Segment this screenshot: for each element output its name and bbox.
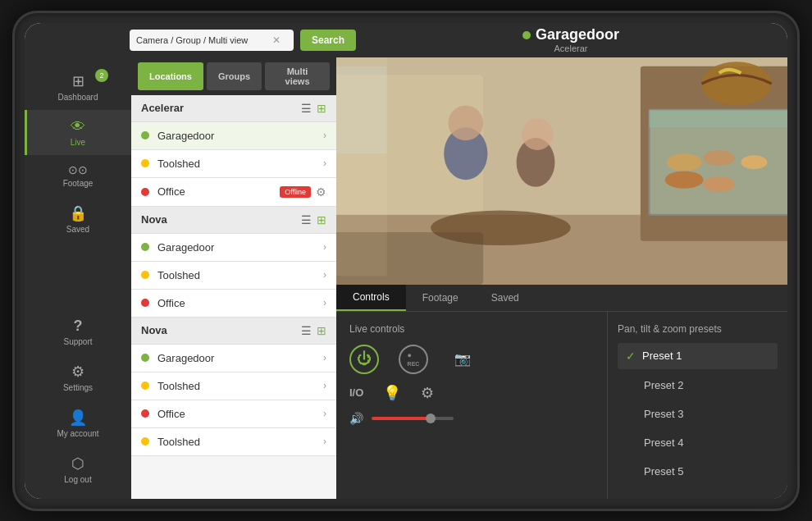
bulb-icon[interactable]: 💡 xyxy=(383,384,401,402)
ctrl-tab-footage[interactable]: Footage xyxy=(406,285,475,311)
volume-thumb xyxy=(426,414,436,423)
dashboard-badge: 2 xyxy=(95,69,108,82)
sidebar-item-myaccount[interactable]: 👤 My account xyxy=(25,400,131,446)
camera-row-toolshed-4[interactable]: Toolshed › xyxy=(131,428,336,456)
saved-icon: 🔒 xyxy=(69,204,87,222)
list-view-icon-2[interactable]: ☰ xyxy=(301,213,312,226)
sidebar-label-live: Live xyxy=(71,138,85,147)
camera-row-garagedoor-3[interactable]: Garagedoor › xyxy=(131,345,336,372)
preset-label-5: Preset 5 xyxy=(644,465,683,478)
camera-dot-red-1 xyxy=(141,188,149,196)
top-bar: ✕ Search Garagedoor Acelerar xyxy=(25,23,787,57)
group-icons-acelerar: ☰ ⊞ xyxy=(301,102,326,115)
search-button[interactable]: Search xyxy=(300,30,356,51)
camera-name-3: Office xyxy=(157,185,280,198)
camera-subtitle: Acelerar xyxy=(554,43,588,53)
preset-item-5[interactable]: Preset 5 xyxy=(618,459,778,484)
search-close-icon[interactable]: ✕ xyxy=(272,34,281,46)
sidebar-label-settings: Settings xyxy=(63,383,93,392)
ptz-title: Pan, tilt & zoom presets xyxy=(618,323,778,335)
sidebar-item-support[interactable]: ? Support xyxy=(25,309,131,354)
list-view-icon[interactable]: ☰ xyxy=(301,102,312,115)
myaccount-icon: 👤 xyxy=(69,409,87,427)
sidebar-item-live[interactable]: 👁 Live xyxy=(25,110,131,155)
tab-multiviews[interactable]: Multi views xyxy=(265,62,330,90)
camera-row-toolshed-1[interactable]: Toolshed › xyxy=(131,150,336,178)
camera-arrow-7: › xyxy=(323,352,326,363)
camera-name-2: Toolshed xyxy=(157,158,323,170)
sidebar-label-saved: Saved xyxy=(66,225,89,234)
camera-dot-yellow-3 xyxy=(141,382,149,390)
group-name-nova-1: Nova xyxy=(141,213,167,226)
controls-tabs: Controls Footage Saved xyxy=(336,285,787,312)
snapshot-button[interactable]: 📷 xyxy=(448,345,477,374)
volume-row: 🔊 xyxy=(349,412,594,425)
footage-icon: ⊙⊙ xyxy=(68,163,88,176)
tablet-frame: ✕ Search Garagedoor Acelerar xyxy=(12,11,800,511)
preset-item-2[interactable]: Preset 2 xyxy=(618,372,778,398)
preset-label-1: Preset 1 xyxy=(642,350,682,362)
camera-name-4: Garagedoor xyxy=(157,241,323,254)
ctrl-row-2: I/O 💡 ⚙ xyxy=(349,384,594,402)
camera-row-office-2[interactable]: Office › xyxy=(131,290,336,318)
ctrl-tab-saved[interactable]: Saved xyxy=(475,285,536,311)
tab-locations[interactable]: Locations xyxy=(138,62,203,90)
camera-name-7: Garagedoor xyxy=(157,352,323,364)
sidebar-item-footage[interactable]: ⊙⊙ Footage xyxy=(25,155,131,196)
camera-row-office-1[interactable]: Office Offline ⚙ xyxy=(131,178,336,207)
volume-slider[interactable] xyxy=(372,417,454,420)
settings-icon: ⚙ xyxy=(71,363,84,381)
gear-icon-1[interactable]: ⚙ xyxy=(316,185,326,199)
sidebar-item-logout[interactable]: ⬡ Log out xyxy=(25,446,131,492)
camera-status-dot xyxy=(522,31,531,39)
search-input[interactable] xyxy=(136,35,267,45)
camera-dot-green-3 xyxy=(141,354,149,362)
ptz-panel: Pan, tilt & zoom presets ✓ Preset 1 Pres… xyxy=(607,312,787,499)
top-bar-center: Garagedoor Acelerar xyxy=(363,26,779,53)
camera-arrow-1: › xyxy=(323,130,326,141)
camera-feed xyxy=(336,57,787,285)
grid-view-icon-2[interactable]: ⊞ xyxy=(317,213,326,226)
group-icons-nova-2: ☰ ⊞ xyxy=(301,324,326,337)
tablet-screen: ✕ Search Garagedoor Acelerar xyxy=(25,23,787,499)
camera-row-office-3[interactable]: Office › xyxy=(131,400,336,428)
live-controls-panel: Live controls ⏻ ●REC xyxy=(336,312,607,499)
ctrl-tab-controls[interactable]: Controls xyxy=(336,285,406,311)
sidebar-label-logout: Log out xyxy=(64,475,91,484)
tab-groups[interactable]: Groups xyxy=(207,62,262,90)
ctrl-row-1: ⏻ ●REC 📷 xyxy=(349,345,594,374)
svg-point-10 xyxy=(704,176,735,191)
camera-row-toolshed-2[interactable]: Toolshed › xyxy=(131,262,336,290)
gear-ctrl-icon[interactable]: ⚙ xyxy=(421,384,434,402)
sidebar-item-settings[interactable]: ⚙ Settings xyxy=(25,354,131,400)
group-header-nova-1: Nova ☰ ⊞ xyxy=(131,207,336,234)
grid-view-icon-3[interactable]: ⊞ xyxy=(317,324,326,337)
list-view-icon-3[interactable]: ☰ xyxy=(301,324,312,337)
camera-name-5: Toolshed xyxy=(157,269,323,281)
main-view: Controls Footage Saved Live controls xyxy=(336,57,787,499)
camera-dot-red-3 xyxy=(141,409,149,418)
offline-badge-1: Offline xyxy=(280,186,311,198)
camera-name-9: Office xyxy=(157,408,323,420)
sidebar-item-saved[interactable]: 🔒 Saved xyxy=(25,196,131,242)
camera-name-6: Office xyxy=(157,297,323,309)
camera-arrow-5: › xyxy=(323,269,326,281)
group-name-acelerar: Acelerar xyxy=(141,102,184,114)
camera-row-toolshed-3[interactable]: Toolshed › xyxy=(131,372,336,400)
preset-item-4[interactable]: Preset 4 xyxy=(618,430,778,455)
svg-point-7 xyxy=(704,149,735,165)
search-field[interactable]: ✕ xyxy=(130,30,294,51)
camera-row-garagedoor-2[interactable]: Garagedoor › xyxy=(131,234,336,262)
camera-name-10: Toolshed xyxy=(157,436,323,448)
rec-button[interactable]: ●REC xyxy=(399,345,428,374)
camera-arrow-8: › xyxy=(323,380,326,391)
preset-label-4: Preset 4 xyxy=(644,436,683,449)
sidebar-item-dashboard[interactable]: 2 ⊞ Dashboard xyxy=(25,64,131,110)
cafe-svg xyxy=(336,57,787,285)
preset-item-3[interactable]: Preset 3 xyxy=(618,401,778,427)
list-panel: Locations Groups Multi views Acelerar ☰ … xyxy=(131,57,336,499)
grid-view-icon[interactable]: ⊞ xyxy=(317,102,326,115)
preset-item-1[interactable]: ✓ Preset 1 xyxy=(618,343,778,369)
power-button[interactable]: ⏻ xyxy=(349,345,379,374)
camera-row-garagedoor-1[interactable]: Garagedoor › xyxy=(131,122,336,150)
